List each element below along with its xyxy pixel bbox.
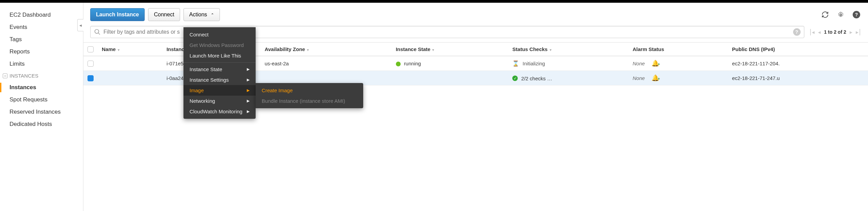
sidebar-section-instances[interactable]: − INSTANCES — [0, 70, 83, 81]
top-black-bar — [0, 0, 868, 3]
check-icon: ✓ — [512, 76, 518, 81]
refresh-icon — [821, 11, 829, 18]
col-dns[interactable]: Public DNS (IPv4) — [728, 43, 868, 56]
menu-networking[interactable]: Networking ▶ — [183, 96, 256, 106]
sidebar-item-spot-requests[interactable]: Spot Requests — [0, 94, 83, 106]
col-name[interactable]: Name▾ — [98, 43, 162, 56]
menu-networking-label: Networking — [190, 98, 215, 104]
sidebar-item-ec2-dashboard[interactable]: EC2 Dashboard — [0, 9, 83, 21]
cell-state: running — [392, 56, 509, 71]
actions-menu: Connect Get Windows Password Launch More… — [183, 27, 256, 119]
menu-image[interactable]: Image ▶ Create Image Bundle Instance (in… — [183, 85, 256, 96]
collapse-icon[interactable]: − — [3, 74, 7, 78]
collapse-sidebar-button[interactable]: ◂ — [77, 19, 83, 31]
svg-point-0 — [840, 14, 842, 16]
pager-next: ▸ — [850, 29, 852, 35]
pager-prev: ◂ — [818, 29, 821, 35]
cell-status: ✓2/2 checks … — [508, 71, 628, 85]
menu-connect[interactable]: Connect — [183, 29, 256, 40]
launch-instance-button[interactable]: Launch Instance — [90, 8, 145, 21]
filter-help-icon[interactable]: ? — [793, 28, 801, 36]
chevron-right-icon: ▶ — [247, 78, 250, 82]
actions-button[interactable]: Actions ⌃ — [183, 8, 220, 21]
svg-point-1 — [95, 30, 99, 34]
col-state[interactable]: Instance State▾ — [392, 43, 509, 56]
sidebar-item-instances[interactable]: Instances — [0, 81, 83, 94]
col-status[interactable]: Status Checks▾ — [508, 43, 628, 56]
row-checkbox[interactable] — [87, 75, 94, 81]
svg-line-2 — [98, 33, 100, 35]
menu-instance-settings[interactable]: Instance Settings ▶ — [183, 75, 256, 85]
menu-instance-state-label: Instance State — [190, 66, 222, 72]
actions-button-label: Actions — [189, 12, 207, 17]
sidebar-section-label: INSTANCES — [10, 73, 38, 79]
menu-instance-state[interactable]: Instance State ▶ — [183, 64, 256, 75]
sidebar-item-dedicated-hosts[interactable]: Dedicated Hosts — [0, 118, 83, 130]
add-alarm-icon[interactable]: + — [658, 62, 660, 66]
menu-get-windows-password: Get Windows Password — [183, 40, 256, 50]
pager-first: ⎮◂ — [809, 29, 815, 35]
cell-alarm: None🔔+ — [628, 71, 728, 85]
menu-launch-more[interactable]: Launch More Like This — [183, 50, 256, 61]
cell-state — [392, 71, 509, 85]
sidebar-item-tags[interactable]: Tags — [0, 33, 83, 46]
help-button[interactable]: ? — [852, 10, 861, 19]
cell-alarm: None🔔+ — [628, 56, 728, 71]
sidebar: EC2 Dashboard Events Tags Reports Limits… — [0, 3, 83, 211]
menu-instance-settings-label: Instance Settings — [190, 77, 229, 83]
menu-cloudwatch-label: CloudWatch Monitoring — [190, 109, 242, 114]
chevron-right-icon: ▶ — [247, 88, 250, 93]
chevron-right-icon: ▶ — [247, 67, 250, 71]
toolbar: Launch Instance Connect Actions ⌃ Connec… — [83, 3, 868, 26]
caret-up-icon: ⌃ — [211, 13, 214, 17]
main-panel: Launch Instance Connect Actions ⌃ Connec… — [83, 3, 868, 211]
cell-az: us-east-2a — [261, 56, 392, 71]
pager: ⎮◂ ◂ 1 to 2 of 2 ▸ ▸⎮ — [809, 29, 861, 35]
menu-separator — [183, 62, 256, 63]
pager-last: ▸⎮ — [856, 29, 861, 35]
sidebar-item-reserved-instances[interactable]: Reserved Instances — [0, 106, 83, 118]
submenu-create-image[interactable]: Create Image — [256, 85, 363, 96]
pager-count: 1 to 2 of 2 — [824, 29, 846, 35]
row-checkbox[interactable] — [87, 61, 94, 67]
cell-name — [98, 56, 162, 71]
cell-dns: ec2-18-221-117-204. — [728, 56, 868, 71]
hourglass-icon: ⌛ — [512, 60, 519, 67]
state-dot-icon — [396, 62, 401, 66]
add-alarm-icon[interactable]: + — [658, 77, 660, 81]
cell-status: ⌛Initializing — [508, 56, 628, 71]
sidebar-item-limits[interactable]: Limits — [0, 58, 83, 70]
settings-button[interactable] — [836, 10, 846, 19]
cell-name — [98, 71, 162, 85]
chevron-right-icon: ▶ — [247, 109, 250, 114]
gear-icon — [837, 11, 844, 18]
menu-cloudwatch[interactable]: CloudWatch Monitoring ▶ — [183, 106, 256, 117]
menu-image-label: Image — [190, 87, 204, 93]
image-submenu: Create Image Bundle Instance (instance s… — [256, 83, 363, 108]
refresh-button[interactable] — [820, 10, 830, 19]
cell-dns: ec2-18-221-71-247.u — [728, 71, 868, 85]
submenu-bundle-instance: Bundle Instance (instance store AMI) — [256, 96, 363, 106]
col-az[interactable]: Availability Zone▾ — [261, 43, 392, 56]
select-all-checkbox[interactable] — [87, 46, 94, 52]
sidebar-item-reports[interactable]: Reports — [0, 46, 83, 58]
help-icon: ? — [853, 11, 860, 18]
connect-button[interactable]: Connect — [148, 8, 180, 21]
chevron-left-icon: ◂ — [79, 22, 82, 28]
search-icon — [94, 29, 101, 35]
col-alarm[interactable]: Alarm Status — [628, 43, 728, 56]
chevron-right-icon: ▶ — [247, 99, 250, 103]
sidebar-item-events[interactable]: Events — [0, 21, 83, 33]
